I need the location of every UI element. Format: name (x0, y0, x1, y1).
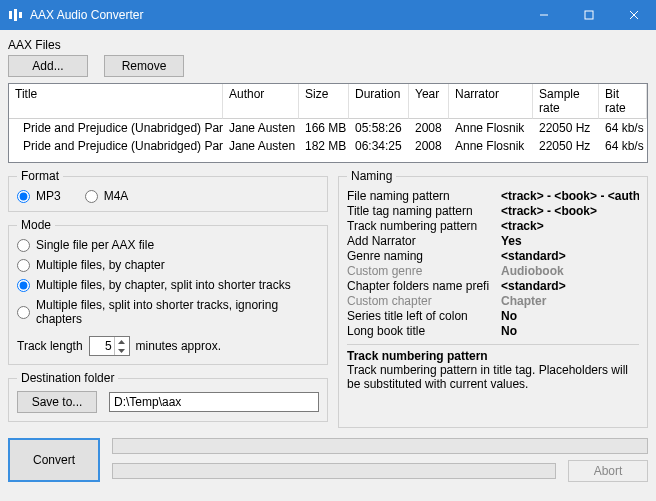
col-author[interactable]: Author (223, 84, 299, 119)
cell: 64 kb/s (599, 137, 647, 155)
col-year[interactable]: Year (409, 84, 449, 119)
add-button[interactable]: Add... (8, 55, 88, 77)
destination-path[interactable]: D:\Temp\aax (109, 392, 319, 412)
naming-desc-body: Track numbering pattern in title tag. Pl… (347, 363, 639, 391)
abort-button: Abort (568, 460, 648, 482)
format-mp3[interactable]: MP3 (17, 189, 61, 203)
cell: 166 MB (299, 119, 349, 137)
naming-value[interactable]: Yes (501, 234, 639, 248)
grid-header: Title Author Size Duration Year Narrator… (9, 84, 647, 119)
naming-value[interactable]: Audiobook (501, 264, 639, 278)
cell: 22050 Hz (533, 119, 599, 137)
naming-group: Naming File naming pattern<track> - <boo… (338, 169, 648, 428)
naming-key[interactable]: Series title left of colon (347, 309, 497, 323)
naming-key[interactable]: Long book title (347, 324, 497, 338)
mode-group: Mode Single file per AAX file Multiple f… (8, 218, 328, 365)
destination-group: Destination folder Save to... D:\Temp\aa… (8, 371, 328, 422)
naming-legend: Naming (347, 169, 396, 183)
svg-rect-0 (9, 11, 12, 19)
svg-rect-2 (19, 12, 22, 18)
cell: Pride and Prejudice (Unabridged) Part 1 (9, 119, 223, 137)
svg-rect-1 (14, 9, 17, 21)
app-icon (8, 7, 24, 23)
cell: 2008 (409, 137, 449, 155)
cell: 22050 Hz (533, 137, 599, 155)
table-row[interactable]: Pride and Prejudice (Unabridged) Part 2J… (9, 137, 647, 155)
naming-value[interactable]: <track> - <book> (501, 204, 639, 218)
destination-legend: Destination folder (17, 371, 118, 385)
mode-split-ignore[interactable]: Multiple files, split into shorter track… (17, 298, 319, 326)
naming-value[interactable]: No (501, 324, 639, 338)
tracklen-label: Track length (17, 339, 83, 353)
format-m4a[interactable]: M4A (85, 189, 129, 203)
naming-value[interactable]: <standard> (501, 279, 639, 293)
naming-value[interactable]: Chapter (501, 294, 639, 308)
col-bitrate[interactable]: Bit rate (599, 84, 647, 119)
col-sample[interactable]: Sample rate (533, 84, 599, 119)
tracklen-suffix: minutes approx. (136, 339, 221, 353)
cell: 06:34:25 (349, 137, 409, 155)
mode-chapter[interactable]: Multiple files, by chapter (17, 258, 319, 272)
cell: Pride and Prejudice (Unabridged) Part 2 (9, 137, 223, 155)
spinner-down-icon[interactable] (115, 346, 129, 355)
mode-legend: Mode (17, 218, 55, 232)
naming-properties[interactable]: File naming pattern<track> - <book> - <a… (347, 189, 639, 338)
naming-value[interactable]: No (501, 309, 639, 323)
cell: 64 kb/s (599, 119, 647, 137)
cell: 182 MB (299, 137, 349, 155)
col-size[interactable]: Size (299, 84, 349, 119)
format-mp3-radio[interactable] (17, 190, 30, 203)
cell: Jane Austen (223, 137, 299, 155)
progress-bar-overall (112, 438, 648, 454)
format-m4a-radio[interactable] (85, 190, 98, 203)
remove-button[interactable]: Remove (104, 55, 184, 77)
naming-key[interactable]: Add Narrator (347, 234, 497, 248)
svg-marker-7 (118, 340, 125, 344)
tracklen-input[interactable] (90, 337, 114, 355)
table-row[interactable]: Pride and Prejudice (Unabridged) Part 1J… (9, 119, 647, 137)
close-button[interactable] (611, 0, 656, 30)
naming-key[interactable]: File naming pattern (347, 189, 497, 203)
cell: Anne Flosnik (449, 119, 533, 137)
naming-key[interactable]: Chapter folders name prefi (347, 279, 497, 293)
cell: 2008 (409, 119, 449, 137)
naming-value[interactable]: <standard> (501, 249, 639, 263)
naming-key[interactable]: Track numbering pattern (347, 219, 497, 233)
col-title[interactable]: Title (9, 84, 223, 119)
save-to-button[interactable]: Save to... (17, 391, 97, 413)
col-duration[interactable]: Duration (349, 84, 409, 119)
titlebar: AAX Audio Converter (0, 0, 656, 30)
window-title: AAX Audio Converter (30, 8, 521, 22)
aax-files-label: AAX Files (8, 38, 648, 52)
cell: 05:58:26 (349, 119, 409, 137)
maximize-button[interactable] (566, 0, 611, 30)
mode-chapter-split[interactable]: Multiple files, by chapter, split into s… (17, 278, 319, 292)
naming-description: Track numbering pattern Track numbering … (347, 344, 639, 391)
naming-key[interactable]: Title tag naming pattern (347, 204, 497, 218)
format-legend: Format (17, 169, 63, 183)
naming-value[interactable]: <track> - <book> - <author> (501, 189, 639, 203)
cell: Anne Flosnik (449, 137, 533, 155)
svg-marker-8 (118, 349, 125, 353)
format-group: Format MP3 M4A (8, 169, 328, 212)
naming-key[interactable]: Custom genre (347, 264, 497, 278)
naming-key[interactable]: Genre naming (347, 249, 497, 263)
naming-value[interactable]: <track> (501, 219, 639, 233)
spinner-up-icon[interactable] (115, 337, 129, 346)
cell: Jane Austen (223, 119, 299, 137)
svg-rect-4 (585, 11, 593, 19)
col-narrator[interactable]: Narrator (449, 84, 533, 119)
mode-single[interactable]: Single file per AAX file (17, 238, 319, 252)
convert-button[interactable]: Convert (8, 438, 100, 482)
minimize-button[interactable] (521, 0, 566, 30)
progress-bar-current (112, 463, 556, 479)
aax-files-grid[interactable]: Title Author Size Duration Year Narrator… (8, 83, 648, 163)
naming-key[interactable]: Custom chapter (347, 294, 497, 308)
tracklen-spinner[interactable] (89, 336, 130, 356)
naming-desc-title: Track numbering pattern (347, 349, 639, 363)
